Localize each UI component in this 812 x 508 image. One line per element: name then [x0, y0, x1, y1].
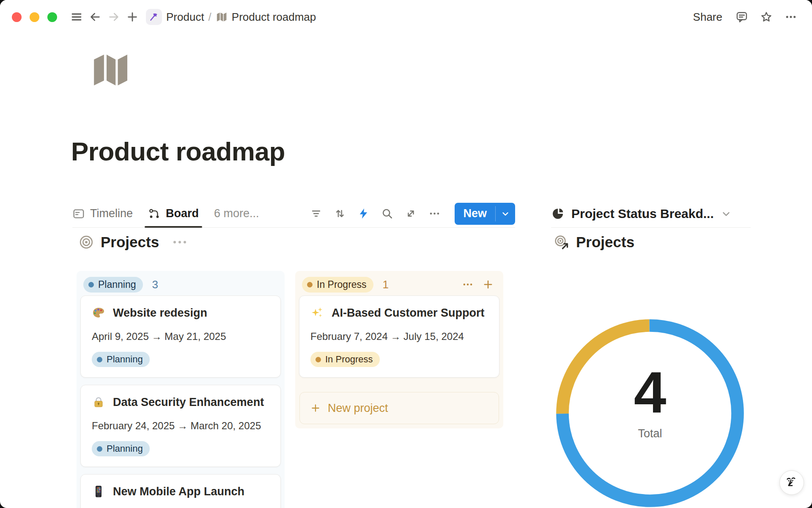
linked-target-icon	[554, 235, 569, 250]
sidebar-menu-button[interactable]	[67, 8, 86, 26]
tab-timeline-label: Timeline	[90, 207, 133, 220]
ellipsis-icon	[785, 11, 797, 23]
board-column-in-progress: In Progress 1	[295, 271, 503, 428]
view-tabs-bar: Timeline Board 6 more...	[72, 200, 515, 228]
map-icon	[216, 11, 228, 23]
breadcrumb-team-label[interactable]: Product	[166, 11, 204, 24]
board-section-title: Projects	[101, 234, 159, 251]
status-dot	[97, 446, 102, 452]
more-options-button[interactable]	[782, 8, 800, 26]
view-options-button[interactable]	[426, 205, 443, 222]
tab-board[interactable]: Board	[148, 200, 199, 227]
search-button[interactable]	[379, 205, 395, 222]
linked-chart-view-header[interactable]: Project Status Breakd...	[551, 200, 751, 228]
column-options-button[interactable]	[459, 276, 476, 293]
ellipsis-icon	[428, 207, 441, 220]
status-dot	[97, 357, 102, 362]
pie-chart-icon	[551, 207, 565, 221]
lock-emoji-icon	[92, 395, 105, 409]
more-views-button[interactable]: 6 more...	[214, 207, 259, 220]
comments-button[interactable]	[732, 8, 751, 26]
project-status-donut-chart: 4 Total	[555, 318, 745, 508]
search-icon	[381, 207, 393, 220]
breadcrumb-team-item[interactable]	[146, 9, 162, 25]
board-section-heading: Projects	[79, 234, 189, 251]
sort-icon	[334, 207, 346, 220]
card-data-security-enhancement[interactable]: Data Security Enhancement February 24, 2…	[80, 385, 281, 467]
card-title: New Mobile App Launch	[113, 485, 244, 498]
card-title: AI-Based Customer Support	[332, 306, 485, 320]
map-icon-large	[90, 49, 131, 91]
column-header-in-progress: In Progress 1	[299, 274, 500, 295]
ai-face-icon	[785, 475, 799, 490]
page-icon[interactable]	[90, 49, 131, 91]
column-header-planning: Planning 3	[80, 274, 281, 295]
in-progress-group-pill[interactable]: In Progress	[302, 277, 373, 293]
ellipsis-icon	[462, 279, 474, 290]
minimize-window-button[interactable]	[30, 12, 39, 22]
sparkles-emoji-icon	[310, 306, 324, 320]
filter-icon	[310, 207, 322, 220]
notion-ai-button[interactable]	[779, 470, 804, 495]
view-toolbar: New	[307, 203, 515, 225]
card-dates: February 7, 2024 → July 15, 2024	[310, 331, 488, 342]
timeline-view-icon	[72, 207, 85, 220]
card-website-redesign[interactable]: Website redesign April 9, 2025 → May 21,…	[80, 295, 281, 378]
new-tab-button[interactable]	[123, 8, 142, 26]
lightning-icon	[357, 207, 370, 220]
card-ai-based-customer-support[interactable]: AI-Based Customer Support February 7, 20…	[299, 295, 499, 378]
card-status-tag: Planning	[92, 441, 150, 456]
expand-button[interactable]	[402, 205, 419, 222]
breadcrumb: Product / Product roadmap	[146, 9, 316, 25]
star-icon	[760, 11, 773, 23]
target-icon	[79, 235, 94, 250]
section-options-button[interactable]	[170, 237, 189, 247]
planning-group-pill[interactable]: Planning	[83, 277, 143, 293]
planning-count: 3	[152, 278, 158, 291]
tab-timeline[interactable]: Timeline	[72, 200, 133, 227]
new-project-label: New project	[328, 402, 388, 415]
breadcrumb-page-item[interactable]: Product roadmap	[216, 11, 316, 24]
close-window-button[interactable]	[12, 12, 22, 22]
status-dot	[307, 282, 313, 287]
breadcrumb-page-label: Product roadmap	[232, 11, 316, 24]
status-dot	[88, 282, 94, 287]
linked-chart-view-title: Project Status Breakd...	[571, 207, 714, 221]
zoom-window-button[interactable]	[47, 12, 57, 22]
in-progress-count: 1	[383, 278, 389, 291]
card-status-label: Planning	[107, 443, 143, 454]
palette-emoji-icon	[92, 306, 105, 320]
card-status-label: Planning	[107, 354, 143, 365]
card-dates: April 9, 2025 → May 21, 2025	[92, 331, 269, 342]
chart-section-heading: Projects	[554, 234, 634, 251]
card-dates: February 24, 2025 → March 20, 2025	[92, 420, 269, 432]
card-status-tag: Planning	[92, 352, 150, 367]
filter-button[interactable]	[307, 205, 324, 222]
app-window: Product / Product roadmap Share	[0, 0, 812, 508]
share-button[interactable]: Share	[689, 8, 727, 26]
back-button[interactable]	[86, 8, 104, 26]
forward-button[interactable]	[104, 8, 123, 26]
card-status-tag: In Progress	[310, 352, 380, 367]
mobile-phone-emoji-icon	[92, 485, 105, 498]
topbar-actions: Share	[689, 8, 800, 26]
plus-icon	[482, 279, 494, 290]
card-title: Website redesign	[113, 306, 207, 320]
window-controls	[12, 12, 57, 22]
arrow-right-icon	[107, 11, 120, 23]
new-button-dropdown[interactable]	[496, 203, 515, 225]
in-progress-cards: AI-Based Customer Support February 7, 20…	[299, 295, 500, 425]
new-project-button[interactable]: New project	[299, 392, 499, 424]
automations-button[interactable]	[355, 205, 372, 222]
favorite-button[interactable]	[757, 8, 776, 26]
top-bar: Product / Product roadmap Share	[0, 0, 812, 34]
arrow-left-icon	[89, 11, 102, 23]
card-new-mobile-app-launch[interactable]: New Mobile App Launch May 1, 2025 → May …	[80, 474, 281, 508]
donut-chart-svg	[555, 318, 745, 508]
new-button[interactable]: New	[455, 203, 515, 225]
comment-icon	[735, 11, 748, 23]
new-button-label: New	[455, 203, 495, 225]
column-add-card-button[interactable]	[480, 276, 497, 293]
sort-button[interactable]	[331, 205, 348, 222]
page-title: Product roadmap	[71, 136, 285, 166]
